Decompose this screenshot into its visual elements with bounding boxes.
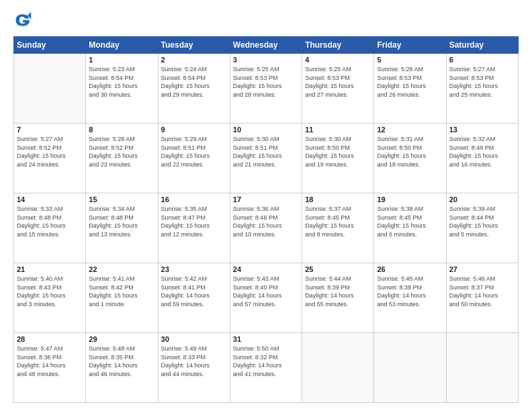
day-number: 17 [233, 195, 299, 203]
calendar-cell: 17Sunrise: 5:36 AM Sunset: 8:46 PM Dayli… [230, 193, 302, 263]
calendar-cell: 27Sunrise: 5:46 AM Sunset: 8:37 PM Dayli… [446, 263, 518, 333]
week-row-2: 7Sunrise: 5:27 AM Sunset: 8:52 PM Daylig… [14, 124, 519, 193]
day-info: Sunrise: 5:47 AM Sunset: 8:36 PM Dayligh… [17, 345, 83, 378]
week-row-4: 21Sunrise: 5:40 AM Sunset: 8:43 PM Dayli… [14, 263, 519, 333]
weekday-header-tuesday: Tuesday [158, 37, 230, 54]
calendar-cell: 24Sunrise: 5:43 AM Sunset: 8:40 PM Dayli… [230, 263, 302, 333]
day-number: 1 [89, 56, 154, 64]
week-row-3: 14Sunrise: 5:33 AM Sunset: 8:48 PM Dayli… [14, 193, 519, 263]
calendar-cell: 10Sunrise: 5:30 AM Sunset: 8:51 PM Dayli… [230, 124, 302, 193]
day-number: 24 [233, 265, 299, 273]
day-info: Sunrise: 5:24 AM Sunset: 8:54 PM Dayligh… [161, 65, 227, 99]
day-number: 6 [449, 56, 515, 64]
calendar-cell [14, 54, 86, 124]
day-info: Sunrise: 5:34 AM Sunset: 8:48 PM Dayligh… [89, 205, 154, 238]
weekday-header-wednesday: Wednesday [230, 37, 302, 54]
day-number: 12 [377, 126, 443, 134]
calendar-cell: 13Sunrise: 5:32 AM Sunset: 8:49 PM Dayli… [446, 124, 518, 193]
day-info: Sunrise: 5:30 AM Sunset: 8:50 PM Dayligh… [305, 135, 371, 169]
calendar-cell: 29Sunrise: 5:48 AM Sunset: 8:35 PM Dayli… [86, 333, 158, 403]
day-info: Sunrise: 5:49 AM Sunset: 8:33 PM Dayligh… [161, 345, 227, 378]
day-number: 16 [161, 195, 227, 203]
weekday-header-monday: Monday [86, 37, 158, 54]
calendar-cell: 28Sunrise: 5:47 AM Sunset: 8:36 PM Dayli… [14, 333, 86, 403]
calendar-cell: 23Sunrise: 5:42 AM Sunset: 8:41 PM Dayli… [158, 263, 230, 333]
calendar-cell: 12Sunrise: 5:31 AM Sunset: 8:50 PM Dayli… [374, 124, 446, 193]
day-number: 13 [449, 126, 515, 134]
day-number: 31 [233, 335, 299, 343]
calendar-cell: 3Sunrise: 5:25 AM Sunset: 8:53 PM Daylig… [230, 54, 302, 124]
calendar-cell: 9Sunrise: 5:29 AM Sunset: 8:51 PM Daylig… [158, 124, 230, 193]
day-number: 3 [233, 56, 299, 64]
calendar-cell: 20Sunrise: 5:39 AM Sunset: 8:44 PM Dayli… [446, 193, 518, 263]
calendar-cell: 18Sunrise: 5:37 AM Sunset: 8:45 PM Dayli… [302, 193, 374, 263]
day-info: Sunrise: 5:28 AM Sunset: 8:52 PM Dayligh… [89, 135, 154, 169]
calendar-cell: 31Sunrise: 5:50 AM Sunset: 8:32 PM Dayli… [230, 333, 302, 403]
week-row-1: 1Sunrise: 5:23 AM Sunset: 8:54 PM Daylig… [14, 54, 519, 124]
calendar-cell [374, 333, 446, 403]
day-info: Sunrise: 5:35 AM Sunset: 8:47 PM Dayligh… [161, 205, 227, 238]
calendar-cell: 30Sunrise: 5:49 AM Sunset: 8:33 PM Dayli… [158, 333, 230, 403]
calendar-cell: 7Sunrise: 5:27 AM Sunset: 8:52 PM Daylig… [14, 124, 86, 193]
day-number: 10 [233, 126, 299, 134]
day-number: 15 [89, 195, 154, 203]
day-number: 27 [449, 265, 515, 273]
calendar-cell: 2Sunrise: 5:24 AM Sunset: 8:54 PM Daylig… [158, 54, 230, 124]
day-info: Sunrise: 5:41 AM Sunset: 8:42 PM Dayligh… [89, 275, 154, 308]
weekday-header-saturday: Saturday [446, 37, 518, 54]
day-number: 21 [17, 265, 83, 273]
day-number: 20 [449, 195, 515, 203]
day-number: 11 [305, 126, 371, 134]
day-info: Sunrise: 5:32 AM Sunset: 8:49 PM Dayligh… [449, 135, 515, 169]
day-info: Sunrise: 5:48 AM Sunset: 8:35 PM Dayligh… [89, 345, 154, 378]
day-info: Sunrise: 5:25 AM Sunset: 8:53 PM Dayligh… [305, 65, 371, 99]
calendar-cell: 14Sunrise: 5:33 AM Sunset: 8:48 PM Dayli… [14, 193, 86, 263]
day-number: 29 [89, 335, 154, 343]
day-number: 19 [377, 195, 443, 203]
day-number: 7 [17, 126, 83, 134]
weekday-header-sunday: Sunday [14, 37, 86, 54]
day-info: Sunrise: 5:33 AM Sunset: 8:48 PM Dayligh… [17, 205, 83, 238]
calendar-cell: 15Sunrise: 5:34 AM Sunset: 8:48 PM Dayli… [86, 193, 158, 263]
calendar-cell: 16Sunrise: 5:35 AM Sunset: 8:47 PM Dayli… [158, 193, 230, 263]
day-info: Sunrise: 5:45 AM Sunset: 8:38 PM Dayligh… [377, 275, 443, 308]
day-info: Sunrise: 5:39 AM Sunset: 8:44 PM Dayligh… [449, 205, 515, 238]
day-info: Sunrise: 5:25 AM Sunset: 8:53 PM Dayligh… [233, 65, 299, 99]
calendar-cell: 6Sunrise: 5:27 AM Sunset: 8:53 PM Daylig… [446, 54, 518, 124]
day-info: Sunrise: 5:23 AM Sunset: 8:54 PM Dayligh… [89, 65, 154, 99]
day-info: Sunrise: 5:36 AM Sunset: 8:46 PM Dayligh… [233, 205, 299, 238]
day-number: 9 [161, 126, 227, 134]
weekday-header-thursday: Thursday [302, 37, 374, 54]
weekday-header-row: SundayMondayTuesdayWednesdayThursdayFrid… [14, 37, 519, 54]
weekday-header-friday: Friday [374, 37, 446, 54]
day-info: Sunrise: 5:27 AM Sunset: 8:53 PM Dayligh… [449, 65, 515, 99]
day-info: Sunrise: 5:40 AM Sunset: 8:43 PM Dayligh… [17, 275, 83, 308]
calendar-cell: 8Sunrise: 5:28 AM Sunset: 8:52 PM Daylig… [86, 124, 158, 193]
page: SundayMondayTuesdayWednesdayThursdayFrid… [0, 0, 532, 411]
day-number: 18 [305, 195, 371, 203]
calendar-cell: 25Sunrise: 5:44 AM Sunset: 8:39 PM Dayli… [302, 263, 374, 333]
calendar-cell [446, 333, 518, 403]
week-row-5: 28Sunrise: 5:47 AM Sunset: 8:36 PM Dayli… [14, 333, 519, 403]
day-info: Sunrise: 5:37 AM Sunset: 8:45 PM Dayligh… [305, 205, 371, 238]
day-number: 2 [161, 56, 227, 64]
day-number: 14 [17, 195, 83, 203]
day-info: Sunrise: 5:43 AM Sunset: 8:40 PM Dayligh… [233, 275, 299, 308]
day-info: Sunrise: 5:44 AM Sunset: 8:39 PM Dayligh… [305, 275, 371, 308]
day-info: Sunrise: 5:29 AM Sunset: 8:51 PM Dayligh… [161, 135, 227, 169]
day-number: 4 [305, 56, 371, 64]
day-number: 28 [17, 335, 83, 343]
day-number: 26 [377, 265, 443, 273]
day-number: 22 [89, 265, 154, 273]
day-number: 8 [89, 126, 154, 134]
day-info: Sunrise: 5:30 AM Sunset: 8:51 PM Dayligh… [233, 135, 299, 169]
calendar-cell: 21Sunrise: 5:40 AM Sunset: 8:43 PM Dayli… [14, 263, 86, 333]
day-number: 30 [161, 335, 227, 343]
day-info: Sunrise: 5:46 AM Sunset: 8:37 PM Dayligh… [449, 275, 515, 308]
calendar-cell: 11Sunrise: 5:30 AM Sunset: 8:50 PM Dayli… [302, 124, 374, 193]
calendar-cell: 26Sunrise: 5:45 AM Sunset: 8:38 PM Dayli… [374, 263, 446, 333]
logo-icon [13, 11, 32, 30]
day-info: Sunrise: 5:27 AM Sunset: 8:52 PM Dayligh… [17, 135, 83, 169]
calendar-cell: 4Sunrise: 5:25 AM Sunset: 8:53 PM Daylig… [302, 54, 374, 124]
calendar-table: SundayMondayTuesdayWednesdayThursdayFrid… [13, 36, 519, 403]
